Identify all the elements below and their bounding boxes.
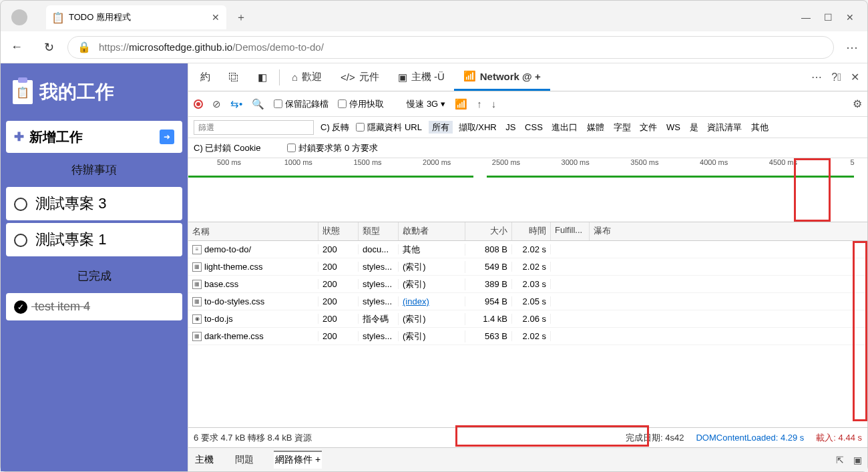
record-button[interactable] [194,99,203,109]
maximize-icon[interactable]: ☐ [824,12,833,23]
file-icon: ▦ [192,280,202,289]
timeline-tick: 2000 ms [423,158,451,166]
timeline-tick: 5 [851,158,855,166]
network-row[interactable]: ▦to-do-styles.css200styles...(index)954 … [188,293,867,310]
devtools-panel: 約 ⿻ ◧ ⌂歡迎 </>元件 ▣主機 -Ü 📶Network @ + ⋯ ?⃝… [188,63,867,471]
filter-input[interactable] [194,120,314,135]
file-icon: ◉ [192,314,202,324]
submit-task-button[interactable]: ➜ [160,130,174,144]
filter-type[interactable]: 文件 [636,121,660,134]
inspect-tab[interactable]: 約 [191,63,220,91]
task-item-done[interactable]: ✓ test item 4 [6,293,182,320]
file-icon: ▦ [192,297,202,306]
file-icon: ▦ [192,332,202,341]
network-timeline[interactable]: 500 ms1000 ms1500 ms2000 ms2500 ms3000 m… [188,158,867,222]
file-icon: ≡ [192,245,202,254]
filter-type[interactable]: 字型 [610,121,634,134]
clipboard-icon: 📋 [13,80,33,104]
profile-avatar[interactable] [11,9,27,25]
tab-sources[interactable]: ▣主機 -Ü [389,63,454,91]
network-row[interactable]: ▦light-theme.css200styles...(索引)549 B2.0… [188,258,867,276]
tab-title: TODO 應用程式 [69,11,206,23]
timeline-tick: 4500 ms [769,158,797,166]
section-todo: 待辦事項 [6,158,182,182]
drawer-dock-icon[interactable]: ▣ [853,455,862,465]
network-row[interactable]: ≡demo-to-do/200docu...其他808 B2.02 s [188,241,867,258]
section-done: 已完成 [6,264,182,288]
new-tab-button[interactable]: ＋ [233,8,249,27]
refresh-button[interactable]: ↻ [35,34,62,61]
network-row[interactable]: ◉to-do.js200指令碼(索引)1.4 kB2.06 s [188,310,867,328]
network-row[interactable]: ▦dark-theme.css200styles...(索引)563 B2.02… [188,328,867,345]
filter-type[interactable]: 是 [686,121,702,134]
todo-app: 📋 我的工作 ✚ 新增工作 ➜ 待辦事項 測試專案 3 測試專案 1 已完成 ✓… [1,63,188,471]
more-tools-icon[interactable]: ⋯ [811,71,822,83]
timeline-tick: 500 ms [217,158,241,166]
tab-welcome[interactable]: ⌂歡迎 [282,63,331,91]
task-item[interactable]: 測試專案 1 [6,223,182,256]
invert-label[interactable]: C) 反轉 [320,122,349,134]
browser-menu-icon[interactable]: ⋯ [846,40,858,55]
url-text: https://microsoftedge.github.io/Demos/de… [99,41,324,53]
timeline-tick: 2500 ms [492,158,520,166]
drawer-host[interactable]: 主機 [194,451,215,469]
timeline-tick: 4000 ms [700,158,728,166]
filter-type[interactable]: JS [502,121,519,134]
browser-tab[interactable]: 📋 TODO 應用程式 ✕ [46,5,226,29]
filter-type[interactable]: 資訊清單 [704,121,745,134]
close-window-icon[interactable]: ✕ [846,12,854,23]
blocked-cookies-label[interactable]: C) 已封鎖 Cookie [194,142,260,154]
highlight-box-3 [455,425,649,447]
file-icon: ▦ [192,262,202,272]
highlight-box [794,158,831,222]
disable-cache-checkbox[interactable]: 停用快取 [338,98,384,110]
task-item[interactable]: 測試專案 3 [6,187,182,220]
filter-type[interactable]: 進出口 [548,121,581,134]
clear-button[interactable]: ⊘ [212,98,221,110]
app-title: 我的工作 [39,79,114,105]
highlight-box-2 [853,241,867,421]
lock-icon: 🔒 [77,41,91,53]
drawer-network-conditions[interactable]: 網路條件 + [274,451,322,469]
timeline-tick: 1500 ms [353,158,381,166]
dock-icon[interactable]: ◧ [248,63,276,91]
upload-icon[interactable]: ↑ [477,98,482,109]
close-devtools-icon[interactable]: ✕ [851,71,859,83]
address-bar[interactable]: 🔒 https://microsoftedge.github.io/Demos/… [67,36,834,59]
timeline-tick: 1000 ms [284,158,312,166]
plus-icon: ✚ [14,130,24,144]
throttle-select[interactable]: 慢速 3G ▾ [407,98,445,110]
filter-type[interactable]: WS [663,121,684,134]
network-table-header[interactable]: 名稱 狀態 類型 啟動者 大小 時間 Fulfill... 瀑布 [188,222,867,241]
drawer-expand-icon[interactable]: ⇱ [836,455,844,465]
back-button[interactable]: ← [3,34,30,61]
network-row[interactable]: ▦base.css200styles...(索引)389 B2.03 s [188,276,867,293]
blocked-requests-checkbox[interactable]: 封鎖要求第 0 方要求 [287,142,377,154]
wifi-icon[interactable]: 📶 [455,98,467,110]
filter-type[interactable]: 擷取/XHR [455,121,500,134]
settings-icon[interactable]: ⚙ [853,97,862,110]
tab-elements[interactable]: </>元件 [331,63,389,91]
help-icon[interactable]: ?⃝ [831,71,841,83]
download-icon[interactable]: ↓ [491,98,497,109]
tab-network[interactable]: 📶Network @ + [454,63,550,91]
search-icon[interactable]: 🔍 [252,98,264,110]
tab-favicon: 📋 [53,12,63,23]
filter-type[interactable]: 所有 [429,121,453,134]
minimize-icon[interactable]: — [801,12,811,23]
add-task-input[interactable]: ✚ 新增工作 ➜ [6,121,182,153]
filter-type[interactable]: 媒體 [584,121,608,134]
filter-type[interactable]: 其他 [748,121,772,134]
close-tab-icon[interactable]: ✕ [212,12,220,23]
filter-toggle-icon[interactable]: ⇆• [230,98,242,110]
timeline-tick: 3500 ms [630,158,658,166]
hide-data-url-checkbox[interactable]: 隱藏資料 URL [356,122,422,134]
network-summary: 6 要求 4.7 kB 轉移 8.4 kB 資源 完成日期: 4s42 DOMC… [188,427,867,447]
preserve-log-checkbox[interactable]: 保留記錄檔 [274,98,329,110]
drawer-issues[interactable]: 問題 [234,451,255,469]
network-table-body[interactable]: ≡demo-to-do/200docu...其他808 B2.02 s▦ligh… [188,241,867,427]
timeline-tick: 3000 ms [562,158,590,166]
device-toggle-icon[interactable]: ⿻ [220,63,248,91]
chevron-down-icon: ▾ [441,99,445,109]
filter-type[interactable]: CSS [521,121,546,134]
